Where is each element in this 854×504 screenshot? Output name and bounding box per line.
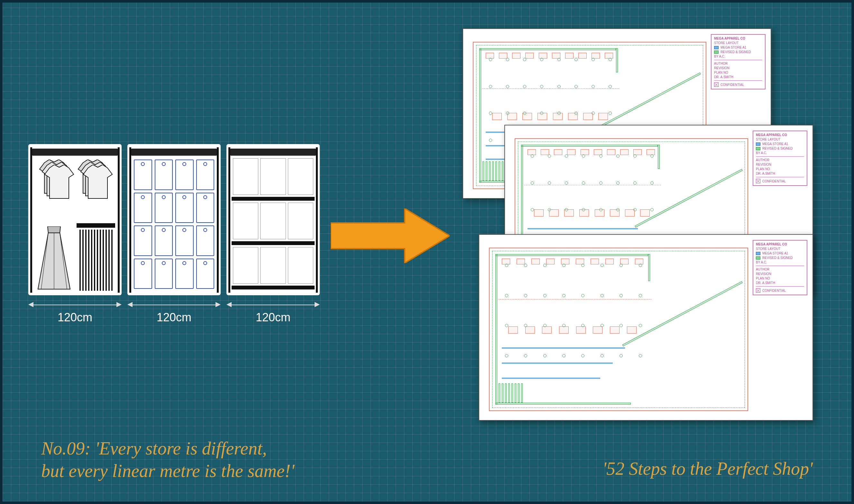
shelving-modules [28,144,320,295]
floorplan-schematic-icon [495,254,742,404]
legend-title: MEGA APPAREL CO [756,242,804,246]
garment-skirt-icon [35,227,73,291]
legend-meta: REVISION [756,163,804,166]
transform-arrow-icon [331,209,450,263]
tip-caption: No.09: 'Every store is different, but ev… [41,437,294,482]
legend-meta: DR. A.SMITH [756,281,804,285]
legend-row: MEGA STORE A1 [762,252,788,255]
dimension-arrow-icon [226,302,320,307]
legend-meta: AUTHOR [756,268,804,271]
legend-row: MEGA STORE A1 [762,142,788,146]
dimension-arrow-icon [127,302,221,307]
legend-footer: CONFIDENTIAL [721,83,744,87]
legend-meta: DR. A.SMITH [714,75,762,79]
legend-row: BY A.C. [756,260,804,264]
module-garments [28,144,122,295]
legend-meta: DR. A.SMITH [756,172,804,175]
legend-meta: AUTHOR [714,62,762,65]
dimension-text: 120cm [157,311,192,324]
legend-meta: PLAN NO [756,276,804,280]
legend-row: BY A.C. [714,55,762,58]
legend-footer: CONFIDENTIAL [762,179,786,183]
module-top-rail [32,149,118,156]
legend-meta: AUTHOR [756,158,804,162]
shelving-icon [230,158,316,292]
module-packets [127,144,221,295]
legend-sub: STORE LAYOUT [756,247,804,251]
legend-meta: REVISION [714,66,762,70]
legend-sub: STORE LAYOUT [756,138,804,141]
dimension-text: 120cm [58,311,92,324]
legend-row: REVISED & SIGNED [762,256,793,259]
dimension-labels: 120cm 120cm 120cm [28,302,320,324]
legend-title: MEGA APPAREL CO [714,37,762,40]
legend-row: REVISED & SIGNED [762,147,793,150]
floorplan-stack: MEGA APPAREL CO STORE LAYOUT MEGA STORE … [462,28,826,421]
legend-row: MEGA STORE A1 [721,46,746,49]
garment-trouser-rail-icon [76,223,115,291]
module-shelves [226,144,320,295]
legend-title: MEGA APPAREL CO [756,133,804,137]
dimension-text: 120cm [256,311,290,324]
floorplan-legend: MEGA APPAREL CO STORE LAYOUT MEGA STORE … [753,130,807,186]
legend-row: REVISED & SIGNED [721,50,751,54]
garment-shirts-icon [38,160,73,198]
garment-shirts-icon [76,160,112,198]
floorplan-legend: MEGA APPAREL CO STORE LAYOUT MEGA STORE … [711,34,766,89]
legend-meta: PLAN NO [714,71,762,74]
legend-sub: STORE LAYOUT [714,41,762,45]
floorplan-card: MEGA APPAREL CO STORE LAYOUT MEGA STORE … [479,234,813,421]
tip-line1: No.09: 'Every store is different, [41,437,294,460]
legend-row: BY A.C. [756,151,804,155]
legend-meta: REVISION [756,272,804,276]
floorplan-legend: MEGA APPAREL CO STORE LAYOUT MEGA STORE … [753,240,807,295]
legend-meta: PLAN NO [756,167,804,171]
svg-marker-3 [331,209,450,263]
module-top-rail [230,149,316,156]
series-caption: '52 Steps to the Perfect Shop' [602,458,813,479]
packet-grid-icon [131,158,217,292]
tip-line2: but every linear metre is the same!' [41,460,294,482]
module-top-rail [131,149,217,156]
dimension-arrow-icon [28,302,122,307]
legend-footer: CONFIDENTIAL [762,289,786,292]
slide-canvas: 120cm 120cm 120cm MEGA APPAREL CO STORE … [0,0,854,504]
